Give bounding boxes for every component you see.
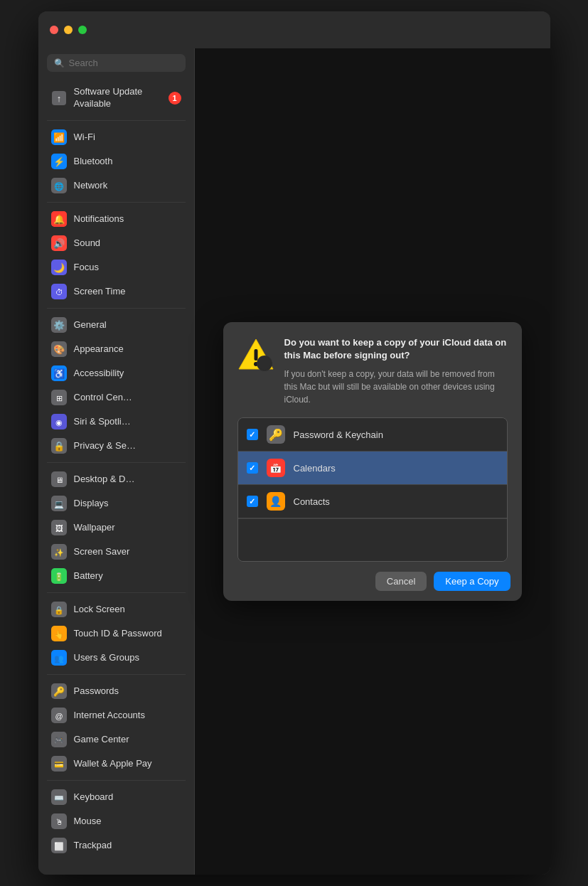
wifi-label: Wi-Fi bbox=[74, 132, 95, 142]
svg-text:♿: ♿ bbox=[53, 368, 65, 380]
divider-5 bbox=[47, 592, 186, 593]
sidebar-item-notifications[interactable]: 🔔 Notifications bbox=[43, 207, 190, 231]
wallet-label: Wallet & Apple Pay bbox=[74, 758, 152, 769]
wallet-icon: 💳 bbox=[51, 756, 67, 772]
sidebar-item-appearance[interactable]: 🎨 Appearance bbox=[43, 337, 190, 361]
svg-text:🔔: 🔔 bbox=[53, 213, 65, 225]
battery-icon: 🔋 bbox=[51, 568, 67, 584]
sidebar-item-battery[interactable]: 🔋 Battery bbox=[43, 564, 190, 588]
touchid-icon: 👆 bbox=[51, 626, 67, 641]
sidebar-item-privacy[interactable]: 🔒 Privacy & Se… bbox=[43, 434, 190, 458]
notifications-label: Notifications bbox=[74, 213, 124, 224]
svg-text:⬜: ⬜ bbox=[54, 841, 64, 851]
svg-text:⏱: ⏱ bbox=[55, 288, 63, 297]
svg-text:@: @ bbox=[55, 712, 63, 720]
svg-text:🖥: 🖥 bbox=[55, 476, 63, 484]
privacy-icon: 🔒 bbox=[51, 438, 67, 454]
sidebar-item-wifi[interactable]: 📶 Wi-Fi bbox=[43, 125, 190, 149]
dialog-body: Do you want to keep a copy of your iClou… bbox=[223, 322, 522, 562]
password-keychain-label: Password & Keychain bbox=[294, 429, 383, 440]
close-button[interactable] bbox=[50, 26, 58, 34]
divider-2 bbox=[47, 202, 186, 203]
checkbox-check-contacts: ✓ bbox=[249, 497, 255, 506]
users-icon: 👥 bbox=[51, 650, 67, 666]
dialog-title: Do you want to keep a copy of your iClou… bbox=[284, 336, 508, 362]
svg-text:↑: ↑ bbox=[56, 93, 61, 104]
sidebar-item-bluetooth[interactable]: ⚡ Bluetooth bbox=[43, 149, 190, 174]
svg-text:⌨️: ⌨️ bbox=[54, 793, 64, 803]
desktop-section: 🖥 Desktop & D… 💻 Displays 🖼 Wallpaper bbox=[38, 467, 194, 588]
screensaver-icon: ✨ bbox=[51, 544, 67, 560]
software-update-icon: ↑ bbox=[51, 90, 67, 106]
search-box[interactable]: 🔍 bbox=[47, 54, 186, 72]
search-input[interactable] bbox=[69, 58, 178, 68]
users-label: Users & Groups bbox=[74, 652, 139, 663]
minimize-button[interactable] bbox=[64, 26, 73, 34]
checkbox-password-keychain[interactable]: ✓ bbox=[247, 429, 258, 440]
sidebar-item-controlcenter[interactable]: ⊞ Control Cen… bbox=[43, 385, 190, 410]
sidebar-item-keyboard[interactable]: ⌨️ Keyboard bbox=[43, 785, 190, 809]
sidebar-item-mouse[interactable]: 🖱 Mouse bbox=[43, 809, 190, 833]
sidebar-item-lockscreen[interactable]: 🔒 Lock Screen bbox=[43, 597, 190, 621]
dialog-list-item-contacts: ✓ 👤 Contacts bbox=[238, 485, 507, 518]
network-label: Network bbox=[74, 180, 108, 191]
content-area: 🔍 ↑ Software Update Available 1 bbox=[38, 48, 550, 875]
keep-copy-button[interactable]: Keep a Copy bbox=[434, 572, 510, 591]
sidebar-item-general[interactable]: ⚙️ General bbox=[43, 313, 190, 337]
sidebar-item-sound[interactable]: 🔊 Sound bbox=[43, 231, 190, 255]
lockscreen-icon: 🔒 bbox=[51, 602, 67, 617]
sidebar-item-network[interactable]: 🌐 Network bbox=[43, 174, 190, 198]
svg-text:👆: 👆 bbox=[54, 629, 64, 639]
accessibility-label: Accessibility bbox=[74, 368, 124, 378]
sidebar-item-accessibility[interactable]: ♿ Accessibility bbox=[43, 361, 190, 385]
sidebar-item-trackpad[interactable]: ⬜ Trackpad bbox=[43, 833, 190, 858]
wallpaper-label: Wallpaper bbox=[74, 522, 115, 533]
svg-text:🌐: 🌐 bbox=[54, 181, 64, 191]
touchid-label: Touch ID & Password bbox=[74, 628, 162, 639]
svg-text:🎮: 🎮 bbox=[54, 735, 64, 745]
dialog-items-list: ✓ 🔑 Password & Keychain ✓ bbox=[237, 417, 508, 562]
cancel-button[interactable]: Cancel bbox=[375, 572, 427, 591]
sidebar-item-users[interactable]: 👥 Users & Groups bbox=[43, 646, 190, 670]
network-section: 📶 Wi-Fi ⚡ Bluetooth 🌐 Network bbox=[38, 125, 194, 198]
svg-text:🔒: 🔒 bbox=[54, 605, 64, 615]
dialog-empty-area bbox=[238, 518, 507, 561]
icloud-signout-dialog: Do you want to keep a copy of your iClou… bbox=[223, 322, 522, 601]
siri-icon: ◉ bbox=[51, 414, 67, 429]
dialog-footer: Cancel Keep a Copy bbox=[223, 562, 522, 601]
checkbox-check: ✓ bbox=[249, 430, 255, 439]
trackpad-label: Trackpad bbox=[74, 840, 112, 850]
divider-3 bbox=[47, 308, 186, 309]
software-update-section: ↑ Software Update Available 1 bbox=[38, 80, 194, 116]
checkbox-contacts[interactable]: ✓ bbox=[247, 496, 258, 507]
svg-text:🎨: 🎨 bbox=[53, 343, 65, 356]
sidebar-item-internetaccounts[interactable]: @ Internet Accounts bbox=[43, 703, 190, 727]
svg-point-61 bbox=[257, 356, 272, 370]
calendars-label: Calendars bbox=[294, 463, 336, 474]
svg-text:🔋: 🔋 bbox=[54, 572, 64, 582]
contacts-icon: 👤 bbox=[267, 492, 285, 511]
checkbox-calendars[interactable]: ✓ bbox=[247, 462, 258, 474]
sidebar-item-siri[interactable]: ◉ Siri & Spotli… bbox=[43, 410, 190, 434]
sidebar-item-wallpaper[interactable]: 🖼 Wallpaper bbox=[43, 516, 190, 540]
dialog-list-item-calendars: ✓ 📅 Calendars bbox=[238, 452, 507, 485]
svg-text:🔒: 🔒 bbox=[53, 440, 65, 452]
sidebar-item-software-update[interactable]: ↑ Software Update Available 1 bbox=[43, 80, 190, 116]
divider-7 bbox=[47, 780, 186, 781]
sidebar-item-screensaver[interactable]: ✨ Screen Saver bbox=[43, 540, 190, 564]
sidebar-item-gamecenter[interactable]: 🎮 Game Center bbox=[43, 727, 190, 752]
svg-text:🌙: 🌙 bbox=[53, 262, 65, 274]
sidebar-item-wallet[interactable]: 💳 Wallet & Apple Pay bbox=[43, 752, 190, 776]
notifications-section: 🔔 Notifications 🔊 Sound 🌙 Focus bbox=[38, 207, 194, 304]
wallpaper-icon: 🖼 bbox=[51, 520, 67, 535]
sidebar-item-screentime[interactable]: ⏱ Screen Time bbox=[43, 279, 190, 304]
sidebar-item-displays[interactable]: 💻 Displays bbox=[43, 491, 190, 516]
svg-text:✨: ✨ bbox=[54, 548, 64, 557]
passwords-label: Passwords bbox=[74, 685, 119, 696]
sidebar-item-desktop[interactable]: 🖥 Desktop & D… bbox=[43, 467, 190, 491]
lockscreen-section: 🔒 Lock Screen 👆 Touch ID & Password 👥 Us… bbox=[38, 597, 194, 670]
maximize-button[interactable] bbox=[78, 26, 87, 34]
sidebar-item-focus[interactable]: 🌙 Focus bbox=[43, 255, 190, 279]
sidebar-item-touchid[interactable]: 👆 Touch ID & Password bbox=[43, 621, 190, 646]
sidebar-item-passwords[interactable]: 🔑 Passwords bbox=[43, 679, 190, 703]
